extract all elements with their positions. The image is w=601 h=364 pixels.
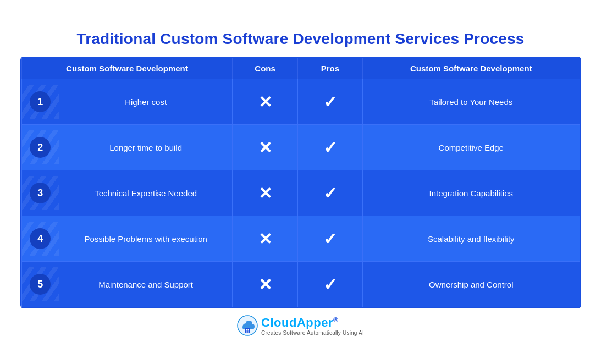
table-row: 5Maintenance and Support✕✓Ownership and … bbox=[21, 262, 580, 307]
brand-name: CloudApper® bbox=[261, 316, 338, 330]
benefit-cell: Competitive Edge bbox=[363, 125, 580, 170]
footer: CloudApper® Creates Software Automatical… bbox=[20, 315, 581, 336]
benefit-cell: Tailored to Your Needs bbox=[363, 79, 580, 125]
con-icon-cell: ✕ bbox=[233, 79, 297, 125]
svg-rect-4 bbox=[246, 332, 247, 333]
pro-icon-cell: ✓ bbox=[297, 216, 362, 262]
benefit-cell: Ownership and Control bbox=[363, 262, 580, 307]
logo-text: CloudApper® Creates Software Automatical… bbox=[261, 316, 364, 336]
brand-tagline: Creates Software Automatically Using AI bbox=[261, 330, 364, 336]
row-number-cell: 4 bbox=[21, 216, 59, 262]
x-icon: ✕ bbox=[258, 230, 272, 248]
row-number-cell: 3 bbox=[21, 170, 59, 216]
svg-rect-3 bbox=[248, 329, 250, 331]
row-label-cell: Technical Expertise Needed bbox=[59, 170, 233, 216]
table-row: 1Higher cost✕✓Tailored to Your Needs bbox=[21, 79, 580, 125]
pro-icon-cell: ✓ bbox=[297, 170, 362, 216]
row-label-cell: Maintenance and Support bbox=[59, 262, 233, 307]
con-icon-cell: ✕ bbox=[233, 262, 297, 307]
check-icon: ✓ bbox=[323, 230, 337, 248]
pro-icon-cell: ✓ bbox=[297, 125, 362, 170]
page-title: Traditional Custom Software Development … bbox=[20, 30, 581, 48]
table-row: 4Possible Problems with execution✕✓Scala… bbox=[21, 216, 580, 262]
comparison-table-wrapper: Custom Software Development Cons Pros Cu… bbox=[20, 57, 581, 308]
comparison-table: Custom Software Development Cons Pros Cu… bbox=[21, 58, 580, 307]
x-icon: ✕ bbox=[258, 275, 272, 294]
benefit-cell: Integration Capabilities bbox=[363, 170, 580, 216]
pro-icon-cell: ✓ bbox=[297, 79, 362, 125]
check-icon: ✓ bbox=[323, 139, 337, 157]
con-icon-cell: ✕ bbox=[233, 170, 297, 216]
benefit-cell: Scalability and flexibility bbox=[363, 216, 580, 262]
row-label-cell: Longer time to build bbox=[59, 125, 233, 170]
table-row: 3Technical Expertise Needed✕✓Integration… bbox=[21, 170, 580, 216]
row-number-cell: 1 bbox=[21, 79, 59, 125]
row-number: 5 bbox=[30, 274, 51, 295]
check-icon: ✓ bbox=[323, 93, 337, 111]
row-number: 4 bbox=[30, 228, 51, 249]
row-number: 1 bbox=[30, 91, 51, 112]
row-number-cell: 5 bbox=[21, 262, 59, 307]
cloudapper-logo: CloudApper® Creates Software Automatical… bbox=[237, 315, 364, 336]
row-label-cell: Higher cost bbox=[59, 79, 233, 125]
header-col4: Custom Software Development bbox=[363, 58, 580, 79]
header-col3: Pros bbox=[297, 58, 362, 79]
row-number-cell: 2 bbox=[21, 125, 59, 170]
x-icon: ✕ bbox=[258, 93, 272, 111]
svg-rect-2 bbox=[246, 329, 247, 331]
pro-icon-cell: ✓ bbox=[297, 262, 362, 307]
x-icon: ✕ bbox=[258, 184, 272, 202]
x-icon: ✕ bbox=[258, 139, 272, 157]
svg-rect-5 bbox=[248, 332, 250, 333]
check-icon: ✓ bbox=[323, 275, 337, 294]
svg-rect-1 bbox=[245, 328, 250, 333]
row-number: 3 bbox=[30, 183, 51, 203]
table-row: 2Longer time to build✕✓Competitive Edge bbox=[21, 125, 580, 170]
table-header-row: Custom Software Development Cons Pros Cu… bbox=[21, 58, 580, 79]
row-label-cell: Possible Problems with execution bbox=[59, 216, 233, 262]
cloudapper-logo-icon bbox=[237, 315, 258, 336]
con-icon-cell: ✕ bbox=[233, 125, 297, 170]
row-number: 2 bbox=[30, 137, 51, 158]
main-container: Traditional Custom Software Development … bbox=[9, 20, 592, 344]
con-icon-cell: ✕ bbox=[233, 216, 297, 262]
check-icon: ✓ bbox=[323, 184, 337, 202]
header-col2: Cons bbox=[233, 58, 297, 79]
header-col1: Custom Software Development bbox=[21, 58, 233, 79]
